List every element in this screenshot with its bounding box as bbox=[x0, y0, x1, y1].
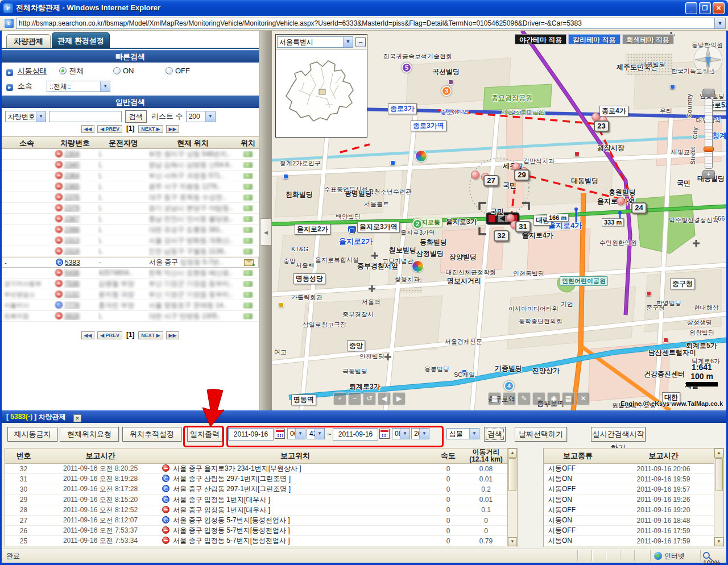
vehicle-number-link[interactable]: 3828 bbox=[64, 312, 80, 320]
event-row[interactable]: 시동OFF2011-09-16 19:20 bbox=[544, 505, 723, 516]
scroll-thumb[interactable] bbox=[715, 458, 723, 491]
event-table-scrollbar[interactable]: ▲ ▼ bbox=[714, 448, 723, 546]
vehicle-number-link[interactable]: 5383 bbox=[65, 259, 80, 267]
belong-label[interactable]: 소속 bbox=[18, 81, 32, 90]
scroll-up-icon[interactable]: ▲ bbox=[714, 448, 723, 458]
vehicle-row[interactable]: 부산영업소2132윤지형 과장부산 기장군 기장읍 동부리.. bbox=[2, 289, 259, 300]
event-row[interactable]: 시동OFF2011-09-16 17:59 bbox=[544, 526, 723, 536]
report-row[interactable]: 252011-09-16 오전 7:53:34 서울 중구 입정동 5-7번지[… bbox=[5, 536, 517, 546]
page-first-button[interactable]: ◀◀ bbox=[81, 331, 95, 339]
vehicle-number-link[interactable]: 2313 bbox=[64, 236, 80, 244]
map-tool-select-area-button[interactable]: ▦ bbox=[488, 392, 501, 405]
map-tool-zoom-out-button[interactable]: − bbox=[348, 392, 361, 405]
event-row[interactable]: 시동ON2011-09-16 19:26 bbox=[544, 495, 723, 505]
vehicle-number-link[interactable]: 7536 bbox=[64, 280, 80, 288]
report-row[interactable]: 262011-09-16 오전 7:53:37 서울 중구 입정동 5-7번지[… bbox=[5, 526, 517, 536]
map-tool-pan-right-button[interactable]: ▶ bbox=[392, 392, 406, 405]
vehicle-number-link[interactable]: 2132 bbox=[64, 290, 80, 298]
engine-state-label[interactable]: 시동상태 bbox=[18, 67, 47, 75]
belong-select[interactable]: ::전체::▼ bbox=[47, 81, 110, 92]
minimap-minimize-button[interactable]: – bbox=[355, 37, 366, 47]
route-point-balloon-icon[interactable] bbox=[471, 171, 479, 179]
collapse-handle[interactable]: ◀ bbox=[260, 218, 272, 246]
vehicle-row[interactable]: 2376L대구 동구 효목동 수성면.. bbox=[2, 192, 259, 203]
symbol-select[interactable]: 심볼▼ bbox=[446, 428, 479, 439]
overview-minimap[interactable]: 서울특별시▼ – bbox=[275, 34, 367, 138]
map-canvas[interactable]: 한국귀금속보석기술협회곡선빌딩종묘광장공원세운초록띠공원종로3가종로3가역종로3… bbox=[272, 31, 726, 410]
detail-panel-close-button[interactable]: ✕ bbox=[73, 414, 81, 422]
map-tool-zoom-in-button[interactable]: + bbox=[333, 392, 346, 405]
map-zoom-slider[interactable]: – + Country City Street bbox=[702, 89, 716, 180]
page-next-button[interactable]: NEXT ▶ bbox=[138, 125, 163, 133]
radio-on[interactable]: ON bbox=[113, 67, 134, 75]
zoom-pane[interactable]: 100% ▾ bbox=[700, 550, 726, 561]
night-theme-button[interactable]: 야간테마 적용 bbox=[515, 34, 566, 44]
close-button[interactable]: ✕ bbox=[713, 2, 725, 14]
route-marker-27[interactable]: 27 bbox=[483, 175, 499, 186]
url-input[interactable]: http://bsmap.searchon.co.kr/lbsmap/Model… bbox=[16, 18, 715, 29]
gray-theme-button[interactable]: 회색테마 적용 bbox=[622, 34, 674, 44]
vehicle-row[interactable]: 2364L부산 사하구 괴정동 571.. bbox=[2, 171, 259, 181]
vehicle-number-link[interactable]: 5436 bbox=[64, 269, 80, 277]
vehicle-number-link[interactable]: 7778 bbox=[64, 301, 80, 309]
route-marker-23[interactable]: 23 bbox=[594, 121, 609, 132]
vehicle-row[interactable]: 2313L서울 강서구 방화동 개화산.. bbox=[2, 235, 259, 246]
zoom-handle[interactable] bbox=[704, 147, 714, 152]
event-row[interactable]: 시동OFF2011-09-16 19:57 bbox=[544, 484, 723, 495]
radio-off[interactable]: OFF bbox=[166, 67, 190, 75]
route-marker-24[interactable]: 24 bbox=[631, 202, 647, 214]
report-row[interactable]: 322011-09-16 오전 8:20:25 서울 중구 을지로3가 234-… bbox=[5, 464, 517, 474]
send-location-icon[interactable] bbox=[244, 259, 254, 266]
vehicle-row[interactable]: 2398L대전 유성구 도룡동 381.. bbox=[2, 225, 259, 235]
vehicle-row[interactable]: 경기지사동부7536김병철 부장부산 기장군 기장읍 동부리.. bbox=[2, 279, 259, 289]
search-button[interactable]: 검색 bbox=[125, 110, 147, 123]
route-marker-32[interactable]: 32 bbox=[494, 230, 509, 242]
panel-splitter[interactable]: ◀ bbox=[259, 31, 272, 410]
vehicle-row[interactable]: 2379L경기 성남시 분당구 야탑동.. bbox=[2, 203, 259, 214]
map-tool-print-button[interactable]: ▤ bbox=[562, 392, 575, 405]
vehicle-row[interactable]: 서울지사7778홍석진 부장서울 영등포구 문래동 14.. bbox=[2, 300, 259, 311]
restart-block-button[interactable]: 재시동금지 bbox=[7, 427, 57, 442]
vehicle-number-link[interactable]: 2376 bbox=[64, 193, 80, 201]
tab-environment-settings[interactable]: 관제 환경설정 bbox=[52, 32, 110, 48]
page-last-button[interactable]: ▶▶ bbox=[166, 125, 180, 133]
zoom-in-button[interactable]: + bbox=[702, 170, 715, 178]
map-tool-close-tools-button[interactable]: ✕ bbox=[577, 392, 590, 405]
color-theme-button[interactable]: 칼라테마 적용 bbox=[568, 34, 620, 44]
vehicle-number-link[interactable]: 2398 bbox=[64, 226, 80, 234]
region-select[interactable]: 서울특별시▼ bbox=[277, 36, 353, 48]
event-row[interactable]: 시동OFF2011-09-16 20:06 bbox=[544, 464, 723, 474]
event-row[interactable]: 시동ON2011-09-16 18:48 bbox=[544, 516, 723, 526]
route-marker-29[interactable]: 29 bbox=[514, 169, 530, 181]
search-input[interactable] bbox=[49, 111, 122, 122]
zoom-out-button[interactable]: – bbox=[702, 89, 715, 97]
map-tool-pan-left-button[interactable]: ◀ bbox=[378, 392, 391, 405]
vehicle-row[interactable]: 전북지점3828L대전 서구 탄방동 1305.. bbox=[2, 311, 259, 322]
vehicle-number-link[interactable]: 2379 bbox=[64, 204, 80, 212]
realtime-search-button[interactable]: 실시간검색시작하기 bbox=[591, 427, 646, 442]
maximize-button[interactable]: ❐ bbox=[699, 2, 711, 14]
vehicle-row[interactable]: 2365L광주 서구 치평동 1276.. bbox=[2, 181, 259, 192]
page-last-button[interactable]: ▶▶ bbox=[166, 331, 180, 339]
vehicle-number-link[interactable]: 2340 bbox=[64, 161, 80, 169]
map-tool-overview-button[interactable]: ◻ bbox=[503, 392, 516, 405]
event-row[interactable]: 시동ON2011-09-16 17:59 bbox=[544, 536, 723, 546]
page-prev-button[interactable]: ◀ PREV bbox=[97, 331, 122, 339]
vehicle-number-link[interactable]: 2387 bbox=[64, 215, 80, 223]
tab-vehicle-control[interactable]: 차량관제 bbox=[6, 34, 51, 48]
event-row[interactable]: 시동ON2011-09-16 19:59 bbox=[544, 474, 723, 484]
map-tool-draw-button[interactable]: ✎ bbox=[518, 392, 531, 405]
page-prev-button[interactable]: ◀ PREV bbox=[97, 125, 122, 133]
route-marker-31[interactable]: 31 bbox=[515, 221, 531, 232]
radio-all[interactable]: 전체 bbox=[59, 67, 84, 75]
zoom-track[interactable] bbox=[705, 98, 713, 169]
vehicle-number-link[interactable]: 2365 bbox=[64, 182, 80, 190]
vehicle-row[interactable]: 2304L부천 원미구 상동 546번지.. bbox=[2, 149, 259, 160]
report-row[interactable]: 282011-09-16 오전 8:12:52 서울 중구 입정동 1번지[대우… bbox=[5, 505, 517, 516]
current-location-request-button[interactable]: 현재위치요청 bbox=[60, 427, 119, 442]
scroll-up-icon[interactable]: ▲ bbox=[508, 448, 517, 458]
date-pick-button[interactable]: 날짜선택하기 bbox=[515, 427, 567, 442]
page-first-button[interactable]: ◀◀ bbox=[81, 125, 95, 133]
vehicle-row[interactable]: 2387L충남 천안시 안서동 불당로.. bbox=[2, 214, 259, 225]
vehicle-row[interactable]: 2340L경남 김해시 삼방동 산54-6.. bbox=[2, 160, 259, 171]
